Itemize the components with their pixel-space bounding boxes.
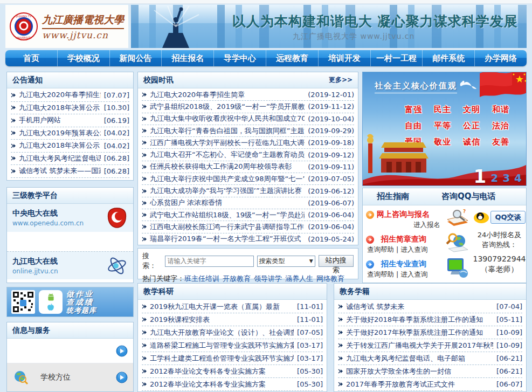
core-value: 民主 <box>434 105 463 115</box>
news-item[interactable]: 九江电大2020年春季招生简章 (2019-12-01) <box>142 89 354 101</box>
academic-item[interactable]: 诚信考试 筑梦未来 [07-04] <box>338 300 522 313</box>
announcement-date: [06.19] <box>104 116 129 125</box>
academic-text: 关于做好2017年秋季新系统注册工作的通知 <box>346 328 493 338</box>
news-text: 江西电大副校长陈江鸿一行来武宁县调研指导工作 <box>150 222 305 232</box>
go-arrow-icon[interactable] <box>116 345 128 357</box>
admission-link-title: 网上咨询与报名 <box>377 210 430 219</box>
admission-link-sub[interactable]: 进入报名 <box>378 221 440 230</box>
hot-keyword-link[interactable]: 开放教育 <box>223 274 251 283</box>
nav-item[interactable]: 首页 <box>5 50 58 66</box>
academic-item[interactable]: 关于做好2018年春季新系统注册工作的通知 [05-11] <box>338 313 522 326</box>
announcement-item[interactable]: 手机用户网站 [06.19] <box>11 114 129 127</box>
go-arrow-icon[interactable] <box>116 372 128 383</box>
nav-item[interactable]: 新闻公告 <box>110 50 162 66</box>
teaching-date: [03-17] <box>297 341 323 349</box>
news-item[interactable]: 九江电大成功举办“我与‘学习强国’”主题演讲比赛 (2019-06-12) <box>142 185 354 197</box>
hot-keyword-link[interactable]: 班主任培训 <box>184 274 219 283</box>
arrow-bullet-icon <box>338 382 344 387</box>
news-item[interactable]: 九江电大召开“不忘初心、牢记使命”主题教育动员部署 (2019-09-12) <box>142 149 354 161</box>
academic-item[interactable]: 2017年春季开放教育考试正式文件 [06-07] <box>338 378 522 391</box>
announcement-item[interactable]: 九江电大2020年春季招生简章 [07.07] <box>11 89 129 102</box>
mobile-app-banner[interactable]: 做作业 查成绩 统考题库 <box>6 287 134 317</box>
news-item[interactable]: 任洲兵校长获得电大工作满20周年校领导表彰 (2019-09-11) <box>142 161 354 173</box>
hot-keyword-link[interactable]: 涵养人生 <box>285 274 313 283</box>
nav-item[interactable]: 导学中心 <box>214 50 266 66</box>
admission-link-register[interactable]: 网上咨询与报名 进入报名 <box>363 210 443 230</box>
news-text: 九江电大成功举办“我与‘学习强国’”主题演讲比赛 <box>150 186 305 196</box>
news-item[interactable]: 九江电大举行“青春告白祖国，我与国旗同框”主题活动 (2019-09-29) <box>142 125 354 137</box>
announcement-date: [04.02] <box>104 142 129 150</box>
academic-list: 诚信考试 筑梦未来 [07-04] 关于做好2018年春季新系统注册工作的通知 … <box>334 300 526 392</box>
hot-keyword-link[interactable]: 网络教育 <box>316 274 344 283</box>
news-item[interactable]: 武宁县组织2018级、2019级“一村一”学员开展教育教学 (2019-11-1… <box>142 101 354 113</box>
academic-title: 教务学籍 <box>340 284 370 299</box>
nav-item[interactable]: 一村一工程 <box>371 50 423 66</box>
announcement-item[interactable]: 九江电大2018年决算公示 [04.02] <box>11 140 129 153</box>
platform-row-openedu[interactable]: 中央电大在线 www.openedu.com.cn <box>7 204 133 232</box>
slideshow-banner[interactable]: 社会主义核心价值观 富强民主文明和谐自由平等公正法治爱国敬业诚信友善 1 2 3… <box>362 72 527 186</box>
platform-url: online.jjtvu.cn <box>12 267 106 275</box>
teaching-item[interactable]: 2012春毕业论文专科各专业实施方案 [05-30] <box>142 365 323 378</box>
admission-link-brochure[interactable]: 招生简章查询 查询帮助 | 进入查询 <box>363 235 443 255</box>
teaching-item[interactable]: 九江电大开放教育毕业论文（设计）、社会调查 [07-05] <box>142 326 323 339</box>
teaching-item[interactable]: 工学科土建类工程造价管理专业实践环节实施方 [03-17] <box>142 352 323 365</box>
search-button[interactable]: 站内搜索 <box>319 255 354 267</box>
info-service-row[interactable] <box>7 339 133 363</box>
announcement-item[interactable]: 诚信考试 筑梦未来——国家开 [06.28] <box>11 165 129 178</box>
site-logo[interactable]: JIUJIANG TV UNIVERSITY 九江廣播電視大學 www.jjtv… <box>5 5 128 48</box>
nav-item[interactable]: 远程教育 <box>266 50 319 66</box>
nav-item[interactable]: 学校概况 <box>58 50 110 66</box>
academic-item[interactable]: 关于转发江西广播电视大学关于开展2017年秋季 [10-09] <box>338 339 522 352</box>
news-item[interactable]: 江西电大副校长陈江鸿一行来武宁县调研指导工作 (2019-06-04) <box>142 221 354 233</box>
campus-news-more-link[interactable]: 更多>> <box>329 72 353 88</box>
document-magnifier-icon: ? <box>445 209 470 228</box>
academic-item[interactable]: 九江电大考风考纪监督电话、电子邮箱 [06-21] <box>338 352 522 365</box>
nav-item[interactable]: 招生报名 <box>162 50 214 66</box>
qq-chat-button[interactable]: QQ交谈 <box>473 211 526 224</box>
news-item[interactable]: 心系贫困户 浓浓粽香情 (2019-06-07) <box>142 197 354 209</box>
search-input[interactable] <box>165 256 254 267</box>
academic-item[interactable]: 国家开放大学致全体考生的一封信 [06-21] <box>338 365 522 378</box>
nav-item[interactable]: 培训开发 <box>319 50 371 66</box>
announcement-item[interactable]: 九江电大2018年决算公示 [10.30] <box>11 102 129 115</box>
info-service-row-location[interactable]: 学校方位 <box>7 363 133 391</box>
hot-keyword-link[interactable]: 领导讲学 <box>254 274 282 283</box>
admission-link-sub[interactable]: 查询帮助 | 进入查询 <box>367 245 443 255</box>
admission-link-majors[interactable]: 招生专业查询 查询帮助 | 进入查询 <box>363 259 443 279</box>
arrow-bullet-icon <box>142 201 148 205</box>
qq-button-label[interactable]: QQ交谈 <box>490 211 525 224</box>
teaching-item[interactable]: 道路桥梁工程施工与管理专业实践环节实施方案 [03-17] <box>142 339 323 352</box>
teaching-date: [05-30] <box>297 380 323 388</box>
pager-2[interactable]: 2 <box>490 171 498 184</box>
news-item[interactable]: 九江电大集中收听收看庆祝中华人民共和国成立70大会 (2019-10-04) <box>142 113 354 125</box>
teaching-item[interactable]: 2019秋九江电大开课一览表（直属）最新 [11-01] <box>142 300 323 313</box>
academic-item[interactable]: 关于做好2017年秋季新系统注册工作的通知 [10-09] <box>338 326 522 339</box>
news-item[interactable]: 九江电大举行庆祝中国共产党成立98周年暨“七一” (2019-07-05) <box>142 173 354 185</box>
news-item[interactable]: 瑞昌举行2019春“一村一名大学生工程”开班仪式 (2019-05-24) <box>142 233 354 245</box>
campus-news-title: 校园时讯 <box>143 72 174 88</box>
svg-text:UNIVERSITY: UNIVERSITY <box>16 36 32 39</box>
announcements-header: 公告通知 <box>7 72 133 88</box>
announcement-date: [04.02] <box>104 129 129 137</box>
nav-item[interactable]: 办学网络 <box>475 50 527 66</box>
news-item[interactable]: 武宁电大工作站组织18级、19级“一村一”学员赴清江乡 (2019-06-04) <box>142 209 354 221</box>
news-date: (2019-12-01) <box>308 91 354 99</box>
search-type-select[interactable]: 搜索类型 ▼ <box>257 256 315 267</box>
teaching-item[interactable]: 2012春毕业论文本科各专业实施方案 [05-30] <box>142 378 323 391</box>
pager-4[interactable]: 4 <box>514 171 522 184</box>
teaching-item[interactable]: 2019秋课程安排表 [11-01] <box>142 313 323 326</box>
nav-item[interactable]: 邮件系统 <box>423 50 475 66</box>
pager-1[interactable]: 1 <box>474 168 487 184</box>
admission-link-sub[interactable]: 查询帮助 | 进入查询 <box>367 270 443 279</box>
platform-row-jjtvu[interactable]: 九江电大在线 online.jjtvu.cn <box>7 251 133 279</box>
announcement-item[interactable]: 九江电大2019年预算表公示 [04.02] <box>11 127 129 140</box>
news-item[interactable]: 江西广播电视大学刘平副校长一行莅临九江电大调研指导 (2019-09-18) <box>142 137 354 149</box>
teaching-text: 道路桥梁工程施工与管理专业实践环节实施方案 <box>150 341 294 350</box>
pager-3[interactable]: 3 <box>502 171 510 184</box>
arrow-bullet-icon <box>11 118 17 123</box>
core-value: 公正 <box>463 121 492 131</box>
news-text: 瑞昌举行2019春“一村一名大学生工程”开班仪式 <box>150 234 305 244</box>
teaching-date: [11-01] <box>297 302 323 311</box>
app-banner-text: 做作业 查成绩 统考题库 <box>66 290 96 314</box>
announcement-item[interactable]: 九江电大考风考纪监督电话、 [06.28] <box>11 153 129 166</box>
